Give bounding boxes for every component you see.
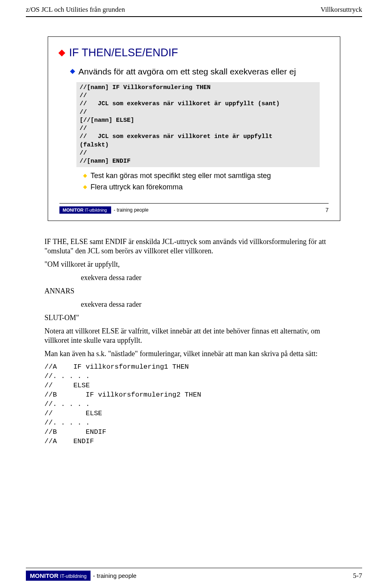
page-header: z/OS JCL och Utilities från grunden Vill… [0,0,388,16]
slide-box: IF THEN/ELSE/ENDIF Används för att avgör… [48,36,340,221]
p2: "OM villkoret är uppfyllt, [44,260,344,269]
slide-sub-text: Används för att avgöra om ett steg skall… [78,66,296,77]
p1: IF THE, ELSE samt ENDIF är enskilda JCL-… [44,237,344,256]
body-text: IF THE, ELSE samt ENDIF är enskilda JCL-… [44,237,344,446]
p8: Man kan även ha s.k. "nästlade" formuler… [44,349,344,359]
monitor-badge: MONITOR IT-utbildning [59,206,111,214]
slide-footer-left: MONITOR IT-utbildning - training people [59,207,148,213]
slide-point-2: Flera uttryck kan förekomma [84,183,329,192]
brand: MONITOR [30,572,59,579]
diamond-icon [59,50,65,57]
body-code: //A IF villkorsformulering1 THEN //. . .… [44,363,344,446]
brand-sub: IT-utbildning [60,573,86,579]
footer-row: MONITOR IT-utbildning - training people … [26,571,362,581]
slide-code: //[namn] IF Villkorsformulering THEN // … [76,82,320,168]
slide-point-1-text: Test kan göras mot specifikt steg eller … [91,171,271,180]
p3: exekvera dessa rader [81,273,344,282]
p4: ANNARS [44,287,344,296]
p7: Notera att villkoret ELSE är valfritt, v… [44,327,344,345]
training-people-tag: - training people [93,572,137,579]
slide-title-text: IF THEN/ELSE/ENDIF [69,47,178,59]
header-right: Villkorsuttryck [321,6,362,14]
page-number: 5-7 [353,572,362,580]
slide-sub: Används för att avgöra om ett steg skall… [71,66,329,77]
diamond-icon [70,69,75,74]
header-left: z/OS JCL och Utilities från grunden [26,6,125,14]
page-footer: MONITOR IT-utbildning - training people … [0,568,388,581]
footer-left: MONITOR IT-utbildning - training people [26,571,137,581]
slide-rule [59,203,329,204]
slide-point-2-text: Flera uttryck kan förekomma [91,183,183,192]
footer-rule [26,568,362,568]
brand-sub: IT-utbildning [85,208,107,212]
training-people-tag: - training people [114,207,148,213]
brand: MONITOR [63,208,84,212]
monitor-badge: MONITOR IT-utbildning [26,571,91,581]
diamond-icon [83,185,87,189]
diamond-icon [83,174,87,178]
slide-point-1: Test kan göras mot specifikt steg eller … [84,171,329,180]
slide-footer: MONITOR IT-utbildning - training people … [59,207,329,213]
p6: SLUT-OM" [44,313,344,323]
slide-page-number: 7 [325,207,329,213]
header-rule [26,16,362,17]
slide-title: IF THEN/ELSE/ENDIF [59,47,329,59]
p5: exekvera dessa rader [81,300,344,309]
